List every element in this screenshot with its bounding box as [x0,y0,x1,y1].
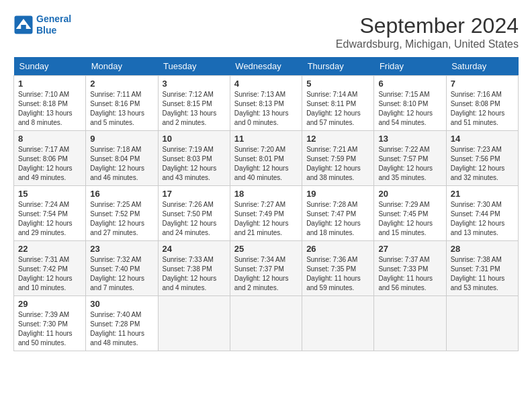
calendar-cell: 7Sunrise: 7:16 AM Sunset: 8:08 PM Daylig… [446,76,518,131]
day-number: 9 [90,134,153,144]
day-info: Sunrise: 7:40 AM Sunset: 7:28 PM Dayligh… [90,310,153,348]
day-number: 27 [378,244,441,254]
calendar-cell: 30Sunrise: 7:40 AM Sunset: 7:28 PM Dayli… [86,296,158,351]
logo: General Blue [13,13,71,36]
day-number: 19 [306,189,369,199]
day-info: Sunrise: 7:27 AM Sunset: 7:49 PM Dayligh… [234,200,298,238]
day-number: 6 [378,79,441,89]
logo-icon [13,15,34,35]
day-number: 23 [90,244,153,254]
calendar-cell: 15Sunrise: 7:24 AM Sunset: 7:54 PM Dayli… [14,186,86,241]
column-header-sunday: Sunday [14,57,86,76]
subtitle: Edwardsburg, Michigan, United States [336,38,519,50]
day-number: 24 [163,244,226,254]
calendar-week-row: 15Sunrise: 7:24 AM Sunset: 7:54 PM Dayli… [14,186,519,241]
calendar-cell [230,296,302,351]
calendar-cell: 13Sunrise: 7:22 AM Sunset: 7:57 PM Dayli… [374,131,446,186]
title-section: September 2024 Edwardsburg, Michigan, Un… [336,13,519,50]
day-info: Sunrise: 7:22 AM Sunset: 7:57 PM Dayligh… [378,145,441,183]
calendar-cell: 17Sunrise: 7:26 AM Sunset: 7:50 PM Dayli… [158,186,230,241]
day-info: Sunrise: 7:39 AM Sunset: 7:30 PM Dayligh… [18,310,81,348]
calendar-cell: 11Sunrise: 7:20 AM Sunset: 8:01 PM Dayli… [230,131,302,186]
day-number: 14 [451,134,514,144]
day-info: Sunrise: 7:25 AM Sunset: 7:52 PM Dayligh… [90,200,153,238]
day-info: Sunrise: 7:36 AM Sunset: 7:35 PM Dayligh… [306,255,369,293]
day-number: 16 [90,189,153,199]
column-header-monday: Monday [86,57,158,76]
calendar-cell: 22Sunrise: 7:31 AM Sunset: 7:42 PM Dayli… [14,241,86,296]
column-header-thursday: Thursday [302,57,374,76]
calendar-cell: 6Sunrise: 7:15 AM Sunset: 8:10 PM Daylig… [374,76,446,131]
day-info: Sunrise: 7:30 AM Sunset: 7:44 PM Dayligh… [451,200,514,238]
day-info: Sunrise: 7:18 AM Sunset: 8:04 PM Dayligh… [90,145,153,183]
calendar-cell [302,296,374,351]
day-info: Sunrise: 7:21 AM Sunset: 7:59 PM Dayligh… [306,145,369,183]
day-info: Sunrise: 7:10 AM Sunset: 8:18 PM Dayligh… [18,90,81,128]
calendar-week-row: 8Sunrise: 7:17 AM Sunset: 8:06 PM Daylig… [14,131,519,186]
calendar-cell [374,296,446,351]
day-number: 13 [378,134,441,144]
calendar-cell: 19Sunrise: 7:28 AM Sunset: 7:47 PM Dayli… [302,186,374,241]
day-number: 25 [234,244,298,254]
day-info: Sunrise: 7:19 AM Sunset: 8:03 PM Dayligh… [163,145,226,183]
day-number: 20 [378,189,441,199]
column-header-friday: Friday [374,57,446,76]
logo-line2: Blue [36,25,56,36]
calendar-cell: 18Sunrise: 7:27 AM Sunset: 7:49 PM Dayli… [230,186,302,241]
day-number: 22 [18,244,81,254]
calendar-header-row: SundayMondayTuesdayWednesdayThursdayFrid… [14,57,519,76]
day-number: 10 [163,134,226,144]
day-info: Sunrise: 7:24 AM Sunset: 7:54 PM Dayligh… [18,200,81,238]
day-number: 30 [90,299,153,309]
calendar-cell: 24Sunrise: 7:33 AM Sunset: 7:38 PM Dayli… [158,241,230,296]
day-number: 8 [18,134,81,144]
calendar-cell: 3Sunrise: 7:12 AM Sunset: 8:15 PM Daylig… [158,76,230,131]
calendar-cell: 14Sunrise: 7:23 AM Sunset: 7:56 PM Dayli… [446,131,518,186]
calendar-cell: 5Sunrise: 7:14 AM Sunset: 8:11 PM Daylig… [302,76,374,131]
calendar-cell: 12Sunrise: 7:21 AM Sunset: 7:59 PM Dayli… [302,131,374,186]
day-number: 5 [306,79,369,89]
calendar-cell: 16Sunrise: 7:25 AM Sunset: 7:52 PM Dayli… [86,186,158,241]
calendar-cell: 9Sunrise: 7:18 AM Sunset: 8:04 PM Daylig… [86,131,158,186]
calendar-cell: 23Sunrise: 7:32 AM Sunset: 7:40 PM Dayli… [86,241,158,296]
day-info: Sunrise: 7:15 AM Sunset: 8:10 PM Dayligh… [378,90,441,128]
column-header-saturday: Saturday [446,57,518,76]
day-number: 1 [18,79,81,89]
calendar-week-row: 22Sunrise: 7:31 AM Sunset: 7:42 PM Dayli… [14,241,519,296]
calendar-week-row: 1Sunrise: 7:10 AM Sunset: 8:18 PM Daylig… [14,76,519,131]
calendar-cell: 28Sunrise: 7:38 AM Sunset: 7:31 PM Dayli… [446,241,518,296]
day-info: Sunrise: 7:12 AM Sunset: 8:15 PM Dayligh… [163,90,226,128]
day-info: Sunrise: 7:23 AM Sunset: 7:56 PM Dayligh… [451,145,514,183]
day-number: 17 [163,189,226,199]
day-number: 28 [451,244,514,254]
day-number: 12 [306,134,369,144]
logo-line1: General [36,13,71,24]
calendar-cell: 26Sunrise: 7:36 AM Sunset: 7:35 PM Dayli… [302,241,374,296]
svg-rect-2 [21,25,26,31]
day-number: 7 [451,79,514,89]
day-number: 21 [451,189,514,199]
calendar-cell: 20Sunrise: 7:29 AM Sunset: 7:45 PM Dayli… [374,186,446,241]
day-info: Sunrise: 7:16 AM Sunset: 8:08 PM Dayligh… [451,90,514,128]
calendar-cell: 4Sunrise: 7:13 AM Sunset: 8:13 PM Daylig… [230,76,302,131]
day-info: Sunrise: 7:32 AM Sunset: 7:40 PM Dayligh… [90,255,153,293]
day-number: 4 [234,79,298,89]
calendar-week-row: 29Sunrise: 7:39 AM Sunset: 7:30 PM Dayli… [14,296,519,351]
calendar-cell: 21Sunrise: 7:30 AM Sunset: 7:44 PM Dayli… [446,186,518,241]
column-header-wednesday: Wednesday [230,57,302,76]
main-title: September 2024 [336,13,519,38]
day-info: Sunrise: 7:29 AM Sunset: 7:45 PM Dayligh… [378,200,441,238]
day-info: Sunrise: 7:37 AM Sunset: 7:33 PM Dayligh… [378,255,441,293]
day-info: Sunrise: 7:33 AM Sunset: 7:38 PM Dayligh… [163,255,226,293]
day-info: Sunrise: 7:11 AM Sunset: 8:16 PM Dayligh… [90,90,153,128]
column-header-tuesday: Tuesday [158,57,230,76]
day-info: Sunrise: 7:28 AM Sunset: 7:47 PM Dayligh… [306,200,369,238]
calendar-cell [158,296,230,351]
calendar-cell: 29Sunrise: 7:39 AM Sunset: 7:30 PM Dayli… [14,296,86,351]
calendar-cell: 10Sunrise: 7:19 AM Sunset: 8:03 PM Dayli… [158,131,230,186]
calendar-cell: 25Sunrise: 7:34 AM Sunset: 7:37 PM Dayli… [230,241,302,296]
day-info: Sunrise: 7:26 AM Sunset: 7:50 PM Dayligh… [163,200,226,238]
day-number: 2 [90,79,153,89]
calendar-cell: 1Sunrise: 7:10 AM Sunset: 8:18 PM Daylig… [14,76,86,131]
day-info: Sunrise: 7:31 AM Sunset: 7:42 PM Dayligh… [18,255,81,293]
